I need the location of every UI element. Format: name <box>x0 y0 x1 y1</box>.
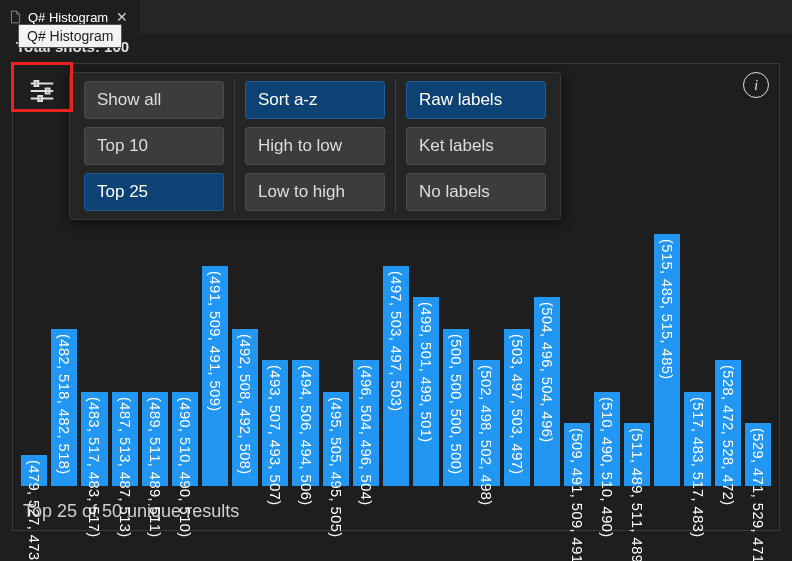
bar-wrap: (494, 506, 494, 506) <box>292 234 318 486</box>
bar[interactable]: (490, 510, 490, 510) <box>172 392 198 487</box>
bar-wrap: (487, 513, 487, 513) <box>112 234 138 486</box>
settings-button[interactable] <box>23 72 61 110</box>
bar-label: (489, 511, 489, 511) <box>147 394 163 538</box>
bar-wrap: (517, 483, 517, 483) <box>684 234 710 486</box>
bar[interactable]: (503, 497, 503, 497) <box>504 329 530 487</box>
bar-label: (502, 498, 502, 498) <box>478 362 494 506</box>
bar-label: (487, 513, 487, 513) <box>117 394 133 538</box>
filter-show-all[interactable]: Show all <box>84 81 224 119</box>
bar-wrap: (509, 491, 509, 491) <box>564 234 590 486</box>
bar[interactable]: (515, 485, 515, 485) <box>654 234 680 486</box>
tab-title: Q# Histogram <box>28 10 108 25</box>
bar-label: (492, 508, 492, 508) <box>237 331 253 475</box>
sort-az[interactable]: Sort a-z <box>245 81 385 119</box>
bar[interactable]: (517, 483, 517, 483) <box>684 392 710 487</box>
bar-wrap: (479, 527, 473, 527) <box>21 234 47 486</box>
bar[interactable]: (494, 506, 494, 506) <box>292 360 318 486</box>
bar-label: (496, 504, 496, 504) <box>358 362 374 506</box>
bar-wrap: (497, 503, 497, 503) <box>383 234 409 486</box>
bar-wrap: (511, 489, 511, 489) <box>624 234 650 486</box>
bar-label: (497, 503, 497, 503) <box>388 268 404 412</box>
histogram-chart: (479, 527, 473, 527)(482, 518, 482, 518)… <box>21 234 771 486</box>
bar-wrap: (493, 507, 493, 507) <box>262 234 288 486</box>
bar[interactable]: (487, 513, 487, 513) <box>112 392 138 487</box>
bar-label: (495, 505, 495, 505) <box>328 394 344 538</box>
tab-tooltip: Q# Histogram <box>18 24 122 48</box>
bar-wrap: (510, 490, 510, 490) <box>594 234 620 486</box>
bar-label: (504, 496, 504, 496) <box>539 299 555 443</box>
bar-wrap: (495, 505, 495, 505) <box>323 234 349 486</box>
bar[interactable]: (495, 505, 495, 505) <box>323 392 349 487</box>
bar-label: (491, 509, 491, 509) <box>207 268 223 412</box>
bar-label: (528, 472, 528, 472) <box>720 362 736 506</box>
filter-group: Show all Top 10 Top 25 <box>74 79 234 213</box>
filter-top10[interactable]: Top 10 <box>84 127 224 165</box>
bar-wrap: (500, 500, 500, 500) <box>443 234 469 486</box>
bar-wrap: (504, 496, 504, 496) <box>534 234 560 486</box>
bar-label: (490, 510, 490, 510) <box>177 394 193 538</box>
bar-label: (515, 485, 515, 485) <box>659 236 675 380</box>
bar[interactable]: (500, 500, 500, 500) <box>443 329 469 487</box>
bar-label: (483, 517, 483, 517) <box>86 394 102 538</box>
bar-wrap: (528, 472, 528, 472) <box>715 234 741 486</box>
sliders-icon <box>27 76 57 106</box>
close-icon[interactable]: ✕ <box>114 9 130 25</box>
bar[interactable]: (496, 504, 496, 504) <box>353 360 379 486</box>
bar-wrap: (492, 508, 492, 508) <box>232 234 258 486</box>
sort-high-low[interactable]: High to low <box>245 127 385 165</box>
bar-wrap: (490, 510, 490, 510) <box>172 234 198 486</box>
bar-label: (500, 500, 500, 500) <box>448 331 464 475</box>
bar-wrap: (529, 471, 529, 471) <box>745 234 771 486</box>
filter-top25[interactable]: Top 25 <box>84 173 224 211</box>
histogram-panel: i Show all Top 10 Top 25 Sort a-z High t… <box>12 63 780 531</box>
bar[interactable]: (493, 507, 493, 507) <box>262 360 288 486</box>
bar-wrap: (502, 498, 502, 498) <box>473 234 499 486</box>
bar-label: (494, 506, 494, 506) <box>298 362 314 506</box>
bar[interactable]: (511, 489, 511, 489) <box>624 423 650 486</box>
bar-label: (503, 497, 503, 497) <box>509 331 525 475</box>
bar-wrap: (489, 511, 489, 511) <box>142 234 168 486</box>
bar-wrap: (499, 501, 499, 501) <box>413 234 439 486</box>
sort-group: Sort a-z High to low Low to high <box>234 79 395 213</box>
label-group: Raw labels Ket labels No labels <box>395 79 556 213</box>
sort-low-high[interactable]: Low to high <box>245 173 385 211</box>
bar-wrap: (491, 509, 491, 509) <box>202 234 228 486</box>
labels-none[interactable]: No labels <box>406 173 546 211</box>
bar-wrap: (483, 517, 483, 517) <box>81 234 107 486</box>
bar-label: (529, 471, 529, 471) <box>750 425 766 561</box>
bar[interactable]: (479, 527, 473, 527) <box>21 455 47 487</box>
bar-label: (510, 490, 510, 490) <box>599 394 615 538</box>
bar-wrap: (482, 518, 482, 518) <box>51 234 77 486</box>
bar-wrap: (496, 504, 496, 504) <box>353 234 379 486</box>
bar[interactable]: (489, 511, 489, 511) <box>142 392 168 487</box>
labels-raw[interactable]: Raw labels <box>406 81 546 119</box>
bar-wrap: (503, 497, 503, 497) <box>504 234 530 486</box>
bar-label: (479, 527, 473, 527) <box>26 457 42 562</box>
bar-label: (499, 501, 499, 501) <box>418 299 434 443</box>
bar[interactable]: (529, 471, 529, 471) <box>745 423 771 486</box>
bar-label: (493, 507, 493, 507) <box>267 362 283 506</box>
bar-label: (509, 491, 509, 491) <box>569 425 585 561</box>
bar-wrap: (515, 485, 515, 485) <box>654 234 680 486</box>
labels-ket[interactable]: Ket labels <box>406 127 546 165</box>
info-icon: i <box>754 77 758 94</box>
bar[interactable]: (492, 508, 492, 508) <box>232 329 258 487</box>
bar[interactable]: (499, 501, 499, 501) <box>413 297 439 486</box>
bar-label: (482, 518, 482, 518) <box>56 331 72 475</box>
options-popover: Show all Top 10 Top 25 Sort a-z High to … <box>69 72 561 220</box>
bar[interactable]: (482, 518, 482, 518) <box>51 329 77 487</box>
bar[interactable]: (502, 498, 502, 498) <box>473 360 499 486</box>
bar[interactable]: (509, 491, 509, 491) <box>564 423 590 486</box>
bar-label: (511, 489, 511, 489) <box>629 425 645 561</box>
bar[interactable]: (510, 490, 510, 490) <box>594 392 620 487</box>
bar[interactable]: (497, 503, 497, 503) <box>383 266 409 487</box>
bar[interactable]: (504, 496, 504, 496) <box>534 297 560 486</box>
info-button[interactable]: i <box>743 72 769 98</box>
bar[interactable]: (491, 509, 491, 509) <box>202 266 228 487</box>
file-icon <box>8 10 22 24</box>
bar[interactable]: (483, 517, 483, 517) <box>81 392 107 487</box>
bar[interactable]: (528, 472, 528, 472) <box>715 360 741 486</box>
bar-label: (517, 483, 517, 483) <box>690 394 706 538</box>
